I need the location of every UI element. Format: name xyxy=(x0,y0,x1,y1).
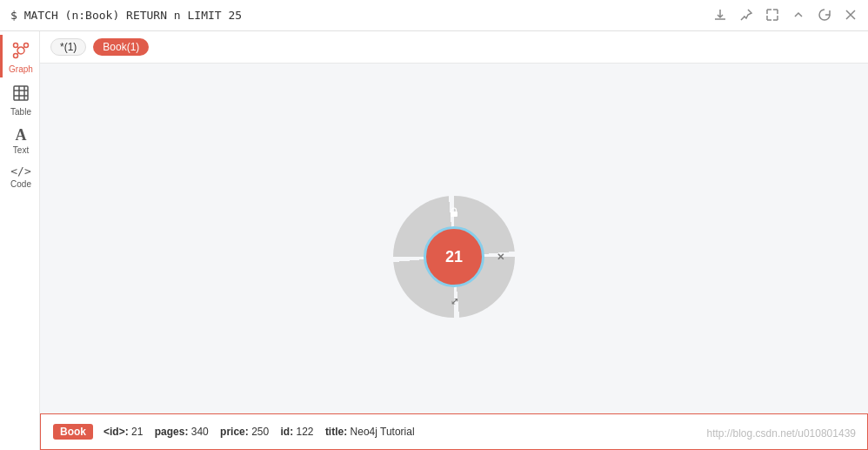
content-area: *(1) Book(1) ✕ xyxy=(40,31,868,450)
toolbar-actions xyxy=(713,8,858,24)
text-icon: A xyxy=(16,127,27,143)
info-fields: <id>: 21 pages: 340 price: 250 id: 122 t… xyxy=(103,426,415,438)
svg-point-1 xyxy=(14,44,18,48)
node-wrapper: ✕ ⤢ 21 xyxy=(389,191,519,322)
price-label: price: 250 xyxy=(220,426,277,438)
close-seg-icon[interactable]: ✕ xyxy=(497,252,504,263)
toolbar: $ MATCH (n:Book) RETURN n LIMIT 25 xyxy=(0,0,868,31)
sidebar-item-graph[interactable]: Graph xyxy=(0,35,39,77)
tag-star[interactable]: *(1) xyxy=(50,38,86,56)
table-icon xyxy=(12,84,30,104)
pages-label: pages: 340 xyxy=(155,426,217,438)
id-label: <id>: 21 xyxy=(103,426,151,438)
sidebar-code-label: Code xyxy=(10,179,31,189)
main-layout: Graph Table A Text </> Code xyxy=(0,31,868,450)
close-icon[interactable] xyxy=(844,8,858,24)
id2-label: id: 122 xyxy=(281,426,323,438)
sidebar-table-label: Table xyxy=(10,107,31,117)
node-center[interactable]: 21 xyxy=(424,226,484,287)
tag-book[interactable]: Book(1) xyxy=(93,38,149,56)
title-label: title: Neo4j Tutorial xyxy=(325,426,415,438)
sidebar: Graph Table A Text </> Code xyxy=(0,31,40,450)
chevron-up-icon[interactable] xyxy=(791,8,805,24)
svg-rect-7 xyxy=(14,86,28,100)
expand-seg-icon[interactable]: ⤢ xyxy=(451,296,458,307)
svg-rect-12 xyxy=(451,212,457,217)
expand-icon[interactable] xyxy=(765,8,779,24)
sidebar-item-text[interactable]: A Text xyxy=(0,120,39,158)
sidebar-graph-label: Graph xyxy=(9,64,33,74)
svg-point-2 xyxy=(24,44,29,48)
lock-icon xyxy=(448,206,460,221)
graph-canvas: ✕ ⤢ 21 xyxy=(40,64,868,450)
info-badge: Book xyxy=(53,424,93,440)
code-icon: </> xyxy=(10,165,30,177)
sidebar-item-code[interactable]: </> Code xyxy=(0,158,39,192)
sidebar-text-label: Text xyxy=(13,145,29,155)
query-text: $ MATCH (n:Book) RETURN n LIMIT 25 xyxy=(10,9,242,22)
pin-icon[interactable] xyxy=(739,8,753,24)
refresh-icon[interactable] xyxy=(818,8,831,24)
download-icon[interactable] xyxy=(713,8,727,24)
graph-icon xyxy=(12,42,30,62)
tag-bar: *(1) Book(1) xyxy=(40,31,868,64)
svg-point-3 xyxy=(14,54,18,58)
sidebar-item-table[interactable]: Table xyxy=(0,77,39,120)
watermark: http://blog.csdn.net/u010801439 xyxy=(707,427,856,440)
